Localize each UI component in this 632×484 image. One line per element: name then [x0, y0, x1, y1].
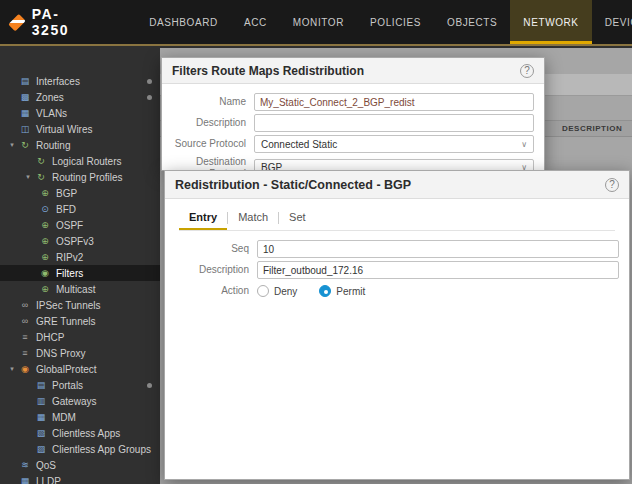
- main-nav: DASHBOARD ACC MONITOR POLICIES OBJECTS N…: [136, 0, 632, 44]
- clientless-apps-icon: ▧: [34, 428, 48, 438]
- routing-icon: ↻: [18, 140, 32, 150]
- radio-unchecked-icon[interactable]: [257, 285, 269, 297]
- sidebar-item-label: IPSec Tunnels: [36, 300, 100, 311]
- filters-route-maps-dialog: Filters Route Maps Redistribution ? Name…: [161, 57, 545, 171]
- source-protocol-row: Source Protocol Connected Static ∨: [172, 135, 534, 153]
- sidebar-item-ospfv3[interactable]: ⊕ OSPFv3: [0, 233, 160, 249]
- vlans-icon: ▦: [18, 108, 32, 118]
- filters-icon: ◉: [38, 268, 52, 278]
- ospf-icon: ⊕: [38, 220, 52, 230]
- clientless-app-groups-icon: ▨: [34, 444, 48, 454]
- name-row: Name: [172, 93, 534, 111]
- sidebar-item-vlans[interactable]: ▦ VLANs: [0, 105, 160, 121]
- sidebar-item-label: BGP: [56, 188, 77, 199]
- sidebar-item-filters[interactable]: ◉ Filters: [0, 265, 160, 281]
- sidebar-item-label: Gateways: [52, 396, 96, 407]
- chevron-down-icon[interactable]: ▾: [6, 365, 18, 373]
- sidebar-item-label: BFD: [56, 204, 76, 215]
- palo-alto-logo: PA-3250: [12, 0, 74, 44]
- sidebar-item-mdm[interactable]: ▦ MDM: [0, 409, 160, 425]
- dns-proxy-icon: ≡: [18, 348, 32, 358]
- sidebar-item-label: Virtual Wires: [36, 124, 93, 135]
- sidebar-item-routing-profiles[interactable]: ▾ ↻ Routing Profiles: [0, 169, 160, 185]
- name-field[interactable]: [254, 93, 534, 111]
- sidebar-item-label: LLDP: [36, 476, 61, 484]
- sidebar-item-dns-proxy[interactable]: ≡ DNS Proxy: [0, 345, 160, 361]
- action-radio-group: Deny Permit: [257, 285, 365, 297]
- virtual-wires-icon: ◫: [18, 124, 32, 134]
- tab-policies[interactable]: POLICIES: [357, 0, 434, 44]
- sidebar-item-label: DHCP: [36, 332, 64, 343]
- tab-entry[interactable]: Entry: [179, 211, 227, 230]
- sidebar-item-ripv2[interactable]: ⊕ RIPv2: [0, 249, 160, 265]
- action-option-permit[interactable]: Permit: [319, 285, 365, 297]
- dialog-title-bar: Filters Route Maps Redistribution ?: [162, 58, 544, 84]
- sidebar-item-lldp[interactable]: ▦ LLDP: [0, 473, 160, 484]
- ospfv3-icon: ⊕: [38, 236, 52, 246]
- tab-monitor[interactable]: MONITOR: [280, 0, 357, 44]
- sidebar-item-bfd[interactable]: ⊙ BFD: [0, 201, 160, 217]
- sidebar-item-label: QoS: [36, 460, 56, 471]
- item-dot-icon: [147, 383, 152, 388]
- ipsec-tunnels-icon: ∞: [18, 300, 32, 310]
- sidebar-item-interfaces[interactable]: ▤ Interfaces: [0, 73, 160, 89]
- palo-alto-logo-icon: [8, 13, 26, 31]
- sidebar-item-ospf[interactable]: ⊕ OSPF: [0, 217, 160, 233]
- top-header: PA-3250 DASHBOARD ACC MONITOR POLICIES O…: [0, 0, 632, 46]
- tab-match[interactable]: Match: [228, 211, 278, 230]
- tab-objects[interactable]: OBJECTS: [434, 0, 510, 44]
- sidebar-item-label: DNS Proxy: [36, 348, 85, 359]
- sidebar-item-label: Clientless App Groups: [52, 444, 151, 455]
- dialog-title-bar: Redistribution - Static/Connected - BGP …: [165, 171, 629, 199]
- source-protocol-label: Source Protocol: [172, 138, 254, 150]
- sidebar-item-label: OSPFv3: [56, 236, 94, 247]
- radio-checked-icon[interactable]: [319, 285, 331, 297]
- tab-set[interactable]: Set: [279, 211, 316, 230]
- ripv2-icon: ⊕: [38, 252, 52, 262]
- sidebar-item-logical-routers[interactable]: ↻ Logical Routers: [0, 153, 160, 169]
- sidebar-item-qos[interactable]: ≋ QoS: [0, 457, 160, 473]
- tab-acc[interactable]: ACC: [231, 0, 280, 44]
- sidebar-item-ipsec-tunnels[interactable]: ∞ IPSec Tunnels: [0, 297, 160, 313]
- item-dot-icon: [147, 79, 152, 84]
- sidebar-item-routing[interactable]: ▾ ↻ Routing: [0, 137, 160, 153]
- sidebar-item-label: GRE Tunnels: [36, 316, 95, 327]
- sidebar-item-gre-tunnels[interactable]: ∞ GRE Tunnels: [0, 313, 160, 329]
- tab-dashboard[interactable]: DASHBOARD: [136, 0, 231, 44]
- entry-description-row: Description: [175, 261, 619, 279]
- sidebar-item-clientless-app-groups[interactable]: ▨ Clientless App Groups: [0, 441, 160, 457]
- sidebar-item-portals[interactable]: ▤ Portals: [0, 377, 160, 393]
- entry-description-field[interactable]: [257, 261, 619, 279]
- seq-field[interactable]: [257, 240, 619, 258]
- multicast-icon: ⊕: [38, 284, 52, 294]
- network-sidebar: ▤ Interfaces ▩ Zones ▦ VLANs ◫ Virtual W…: [0, 48, 160, 484]
- chevron-down-icon[interactable]: ▾: [22, 173, 34, 181]
- tab-device[interactable]: DEVICE: [592, 0, 632, 44]
- gateways-icon: ▥: [34, 396, 48, 406]
- sidebar-item-multicast[interactable]: ⊕ Multicast: [0, 281, 160, 297]
- sidebar-item-label: MDM: [52, 412, 76, 423]
- name-label: Name: [172, 96, 254, 108]
- sidebar-item-virtual-wires[interactable]: ◫ Virtual Wires: [0, 121, 160, 137]
- dialog-title: Filters Route Maps Redistribution: [172, 64, 364, 78]
- help-icon[interactable]: ?: [605, 178, 619, 192]
- help-icon[interactable]: ?: [520, 64, 534, 78]
- portals-icon: ▤: [34, 380, 48, 390]
- tab-network[interactable]: NETWORK: [510, 0, 591, 44]
- sidebar-item-label: Logical Routers: [52, 156, 121, 167]
- chevron-down-icon[interactable]: ▾: [6, 141, 18, 149]
- bfd-icon: ⊙: [38, 204, 52, 214]
- sidebar-item-gateways[interactable]: ▥ Gateways: [0, 393, 160, 409]
- action-option-deny[interactable]: Deny: [257, 285, 297, 297]
- source-protocol-select[interactable]: Connected Static ∨: [254, 135, 534, 153]
- sidebar-item-zones[interactable]: ▩ Zones: [0, 89, 160, 105]
- sidebar-item-label: Zones: [36, 92, 64, 103]
- description-row: Description: [172, 114, 534, 132]
- sidebar-item-bgp[interactable]: ⊕ BGP: [0, 185, 160, 201]
- description-field[interactable]: [254, 114, 534, 132]
- sidebar-item-dhcp[interactable]: ≡ DHCP: [0, 329, 160, 345]
- sidebar-item-clientless-apps[interactable]: ▧ Clientless Apps: [0, 425, 160, 441]
- sidebar-item-globalprotect[interactable]: ▾ ◉ GlobalProtect: [0, 361, 160, 377]
- routing-profiles-icon: ↻: [34, 172, 48, 182]
- item-dot-icon: [147, 95, 152, 100]
